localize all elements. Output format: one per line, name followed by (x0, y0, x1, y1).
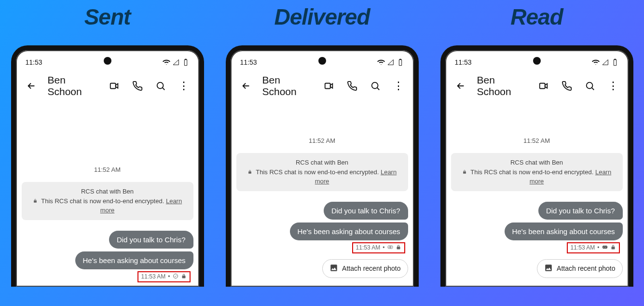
more-menu-button[interactable]: ⋮ (603, 76, 623, 96)
message-bubble[interactable]: He's been asking about courses (75, 251, 193, 269)
contact-name[interactable]: Ben Schoon (477, 74, 530, 97)
conversation-time: 11:52 AM (451, 137, 623, 144)
column-title: Sent (84, 4, 131, 30)
photo-icon (544, 264, 553, 274)
lock-icon (247, 167, 252, 172)
bullet: • (597, 244, 599, 251)
encryption-banner: RCS chat with Ben This RCS chat is now e… (22, 182, 193, 220)
message-status-highlight: 11:53 AM • (352, 242, 405, 253)
search-button[interactable] (151, 76, 170, 96)
banner-title: RCS chat with Ben (243, 158, 401, 167)
svg-rect-0 (110, 83, 115, 89)
message-bubble[interactable]: Did you talk to Chris? (109, 231, 193, 249)
contact-name[interactable]: Ben Schoon (48, 74, 101, 97)
lock-icon (396, 244, 401, 251)
delivery-status-icon (173, 273, 178, 280)
svg-point-8 (586, 83, 592, 89)
conversation-time: 11:52 AM (22, 166, 193, 173)
video-call-button[interactable] (105, 76, 124, 96)
contact-name[interactable]: Ben Schoon (262, 74, 315, 97)
message-bubble[interactable]: Did you talk to Chris? (324, 202, 408, 220)
svg-rect-3 (325, 83, 330, 89)
app-bar: Ben Schoon ⋮ (445, 70, 629, 103)
status-icons (163, 58, 190, 66)
svg-rect-7 (539, 83, 545, 89)
attach-label: Attach recent photo (342, 264, 400, 272)
photo-icon (329, 264, 338, 274)
message-bubble[interactable]: He's been asking about courses (505, 223, 623, 240)
back-button[interactable] (236, 76, 256, 96)
more-menu-button[interactable]: ⋮ (389, 76, 408, 96)
message-time: 11:53 AM (141, 273, 166, 280)
banner-text: This RCS chat is now end-to-end encrypte… (470, 168, 593, 176)
phone-frame: 11:53 Ben Schoon ⋮ 11:52 AM RCS chat wit… (440, 45, 633, 287)
svg-point-4 (371, 83, 378, 89)
voice-call-button[interactable] (128, 76, 147, 96)
encryption-banner: RCS chat with Ben This RCS chat is now e… (236, 153, 408, 191)
lock-icon (610, 244, 616, 251)
camera-notch (318, 57, 326, 65)
video-call-button[interactable] (319, 76, 339, 96)
banner-text: This RCS chat is now end-to-end encrypte… (256, 168, 379, 176)
search-button[interactable] (580, 76, 600, 96)
lock-icon (181, 273, 187, 280)
column-title: Delivered (274, 4, 370, 30)
encryption-banner: RCS chat with Ben This RCS chat is now e… (451, 153, 623, 191)
voice-call-button[interactable] (343, 76, 362, 96)
svg-point-2 (173, 274, 178, 278)
banner-text: This RCS chat is now end-to-end encrypte… (41, 197, 164, 205)
message-status-highlight: 11:53 AM • (137, 271, 191, 282)
more-menu-button[interactable]: ⋮ (174, 76, 193, 96)
status-icons (592, 58, 619, 66)
status-time: 11:53 (26, 58, 42, 66)
search-button[interactable] (366, 76, 385, 96)
video-call-button[interactable] (534, 76, 553, 96)
bullet: • (168, 273, 170, 280)
banner-title: RCS chat with Ben (28, 187, 187, 196)
bullet: • (383, 244, 384, 251)
delivery-status-icon (602, 244, 608, 251)
message-bubble[interactable]: Did you talk to Chris? (538, 202, 623, 220)
message-time: 11:53 AM (356, 244, 381, 251)
column-title: Read (510, 4, 562, 30)
app-bar: Ben Schoon ⋮ (16, 70, 199, 103)
status-time: 11:53 (455, 58, 472, 66)
phone-frame: 11:53 Ben Schoon ⋮ 11:52 AM RCS chat wit… (11, 45, 204, 287)
back-button[interactable] (22, 76, 41, 96)
lock-icon (33, 196, 38, 201)
message-status-highlight: 11:53 AM • (567, 242, 620, 253)
camera-notch (104, 57, 111, 65)
attach-photo-chip[interactable]: Attach recent photo (537, 259, 622, 278)
lock-icon (462, 167, 467, 172)
conversation-time: 11:52 AM (236, 137, 408, 144)
voice-call-button[interactable] (557, 76, 576, 96)
back-button[interactable] (451, 76, 470, 96)
status-time: 11:53 (240, 58, 257, 66)
svg-point-1 (157, 83, 163, 89)
camera-notch (533, 57, 541, 65)
message-time: 11:53 AM (571, 244, 595, 251)
status-icons (377, 58, 404, 66)
phone-frame: 11:53 Ben Schoon ⋮ 11:52 AM RCS chat wit… (226, 45, 419, 287)
attach-label: Attach recent photo (557, 264, 615, 272)
attach-photo-chip[interactable]: Attach recent photo (322, 259, 408, 278)
message-bubble[interactable]: He's been asking about courses (290, 223, 408, 240)
banner-title: RCS chat with Ben (458, 158, 616, 167)
app-bar: Ben Schoon ⋮ (231, 70, 414, 103)
delivery-status-icon (387, 244, 393, 251)
